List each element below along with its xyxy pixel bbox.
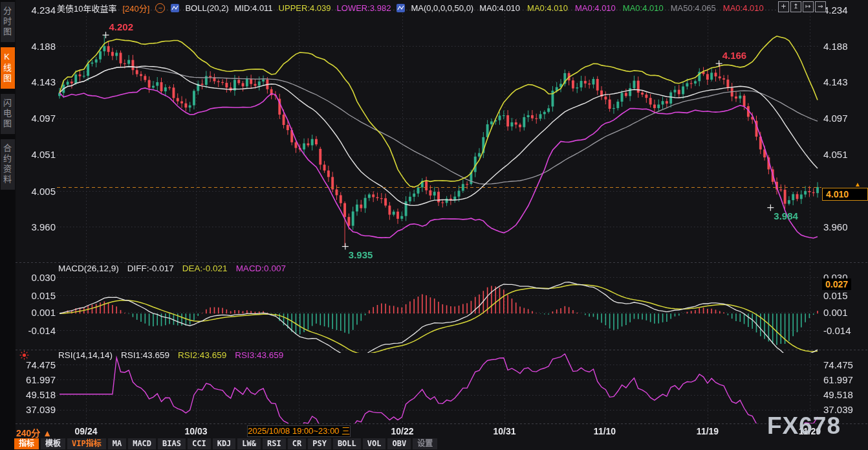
macd-dea-value: DEA:-0.021: [182, 264, 228, 273]
y-axis-label: 0.015: [823, 291, 848, 300]
x-scale-icon[interactable]: ↦: [803, 1, 814, 12]
macd-diff-value: DIFF:-0.017: [127, 264, 174, 273]
chart-header: 美债10年收益率 [240分] − BOLL(20,2) MID:4.011 U…: [57, 2, 764, 14]
toolbar-item-RSI[interactable]: RSI: [263, 438, 286, 449]
y-axis-label: -0.014: [823, 326, 851, 335]
indicator-toolbar: 指标模板VIP指标MAMACDBIASCCIKDJLW&RSICRPSYBOLL…: [14, 438, 437, 449]
kline-chart-canvas[interactable]: [0, 0, 868, 450]
rsi1-value: RSI1:43.659: [121, 350, 169, 360]
x-axis-date-label: 11/19: [697, 426, 719, 436]
x-axis-date-label: 10/31: [493, 426, 515, 436]
y-axis-label: 61.997: [823, 375, 853, 385]
x-axis-date-label: 11/10: [594, 426, 616, 436]
macd-hist-value: MACD:0.007: [236, 264, 286, 273]
toolbar-item-MA[interactable]: MA: [108, 438, 126, 449]
ma-value: MA0:4.010: [479, 3, 520, 13]
x-axis-date-label: 10/22: [391, 426, 413, 436]
watermark: FX678: [767, 412, 841, 440]
pan-icon[interactable]: +: [778, 1, 789, 12]
boll-lower-value: LOWER:3.982: [337, 3, 391, 13]
toolbar-item-VOL[interactable]: VOL: [363, 438, 386, 449]
rsi2-value: RSI2:43.659: [178, 350, 226, 360]
y-axis-label: 4.143: [823, 77, 848, 87]
toolbar-item-模板[interactable]: 模板: [41, 438, 65, 449]
macd-value-tag: 0.027: [822, 278, 851, 290]
current-price-value: 4.010: [826, 189, 849, 199]
trading-terminal: 分时图K线图闪电图合约资料 美债10年收益率 [240分] − BOLL(20,…: [0, 0, 868, 450]
y-axis-label: 74.475: [823, 360, 853, 370]
pane-expand-icon[interactable]: ⇒: [815, 1, 826, 12]
toolbar-item-VIP指标[interactable]: VIP指标: [67, 438, 106, 449]
boll-mid-value: MID:4.011: [235, 3, 273, 13]
zoom-out-icon[interactable]: −: [155, 3, 165, 13]
y-axis-label: 49.518: [823, 390, 853, 399]
rsi-panel-header: RSI(14,14,14) RSI1:43.659 RSI2:43.659 RS…: [58, 350, 283, 360]
toolbar-item-指标[interactable]: 指标: [14, 438, 39, 449]
current-price-tag: 4.010: [822, 188, 868, 201]
y-scale-icon[interactable]: ↥: [790, 1, 801, 12]
toolbar-item-OBV[interactable]: OBV: [387, 438, 411, 449]
price-up-arrow-icon: ▲: [854, 181, 861, 188]
ma-value: MA0:4.010: [575, 3, 616, 13]
symbol-title: 美债10年收益率: [57, 2, 116, 14]
y-axis-label: 4.097: [823, 113, 848, 123]
y-axis-label: 4.051: [823, 150, 848, 159]
x-axis-date-label: 10/03: [184, 426, 207, 436]
price-annotation-label: 4.166: [722, 50, 747, 61]
boll-title: BOLL(20,2): [185, 3, 228, 13]
ma-title: MA(0,0,0,0,50,0): [411, 3, 473, 13]
toolbar-item-BOLL[interactable]: BOLL: [333, 438, 361, 449]
alert-sun-icon[interactable]: [19, 350, 29, 363]
price-annotation-label: 4.202: [109, 21, 133, 32]
ma-indicator-icon: [396, 4, 405, 12]
price-annotation-label: 3.935: [349, 249, 373, 260]
ma-value: MA0:4.010: [623, 3, 664, 13]
y-axis-label: 3.960: [823, 222, 848, 232]
price-annotation-label: 3.984: [774, 210, 798, 221]
y-axis-label: 4.234: [823, 5, 848, 15]
toolbar-item-CR[interactable]: CR: [288, 438, 306, 449]
toolbar-item-LW&[interactable]: LW&: [237, 438, 261, 449]
toolbar-item-设置[interactable]: 设置: [413, 438, 437, 449]
period-selector[interactable]: 240分 ▲: [16, 426, 52, 439]
sidebar-tab[interactable]: 闪电图: [1, 94, 15, 134]
toolbar-item-CCI[interactable]: CCI: [188, 438, 211, 449]
left-sidebar: 分时图K线图闪电图合约资料: [0, 0, 16, 450]
x-axis-date-label: 09/24: [74, 426, 97, 436]
y-axis-label: 4.188: [823, 41, 848, 51]
period-label[interactable]: [240分]: [122, 2, 149, 14]
sidebar-tab[interactable]: 合约资料: [1, 139, 15, 190]
macd-panel-header: MACD(26,12,9) DIFF:-0.017 DEA:-0.021 MAC…: [58, 264, 286, 273]
y-axis-label: 0.001: [823, 308, 848, 317]
rsi-title: RSI(14,14,14): [58, 350, 113, 360]
ma-value: MA50:4.065: [671, 3, 716, 13]
toolbar-item-KDJ[interactable]: KDJ: [213, 438, 236, 449]
ma-values-group: MA0:4.010MA0:4.010MA0:4.010MA0:4.010MA50…: [479, 3, 763, 13]
sidebar-tab[interactable]: 分时图: [1, 2, 15, 42]
ma-value: MA0:4.010: [723, 3, 764, 13]
toolbar-item-PSY[interactable]: PSY: [308, 438, 331, 449]
toolbar-item-BIAS[interactable]: BIAS: [158, 438, 186, 449]
boll-indicator-icon: [171, 4, 179, 12]
macd-title: MACD(26,12,9): [58, 264, 119, 273]
crosshair-date-tooltip: 2025/10/08 19:00~23:00 三: [247, 425, 351, 437]
boll-upper-value: UPPER:4.039: [279, 3, 331, 13]
toolbar-item-MACD[interactable]: MACD: [128, 438, 156, 449]
rsi3-value: RSI3:43.659: [235, 350, 283, 360]
ma-value: MA0:4.010: [527, 3, 568, 13]
sidebar-tab[interactable]: K线图: [1, 47, 15, 89]
chart-window-controls: +↥↦⇒: [778, 1, 826, 12]
